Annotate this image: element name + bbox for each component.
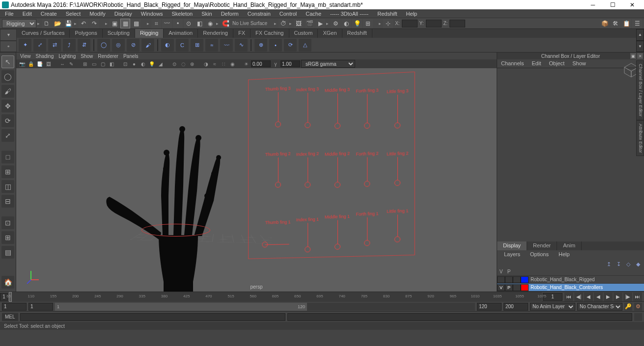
collapse-filebuttons-icon[interactable]: ▸ [37, 21, 41, 26]
cmd-language-button[interactable]: MEL [2, 313, 18, 321]
step-forward-frame-icon[interactable]: ▶ [614, 293, 622, 301]
blend-shape-icon[interactable]: ◐ [161, 39, 174, 52]
layer-vis-toggle[interactable] [497, 276, 505, 283]
vp-lock-camera-icon[interactable]: 🔒 [27, 60, 35, 68]
vp-motion-blur-icon[interactable]: ≈ [211, 60, 219, 68]
vp-multisample-icon[interactable]: ∷ [220, 60, 227, 68]
panel-layout-icon[interactable]: ⊞ [363, 19, 373, 28]
vp-grid-icon[interactable]: ⊞ [81, 60, 89, 68]
vp-select-camera-icon[interactable]: 📷 [18, 60, 26, 68]
cb-close-icon[interactable]: ✕ [637, 53, 643, 59]
construction-history-icon[interactable]: ⏱ [279, 19, 288, 28]
detach-skin-icon[interactable]: ⊘ [127, 39, 140, 52]
vp-dof-icon[interactable]: ◉ [228, 60, 236, 68]
layer-play-toggle[interactable] [505, 276, 513, 283]
layout-two-stacked-icon[interactable]: ⊟ [1, 195, 14, 208]
menu-display[interactable]: Display [112, 10, 135, 17]
shelf-scroll-up-icon[interactable]: ▲ [636, 29, 644, 41]
menu-modify[interactable]: Modify [86, 10, 108, 17]
move-tool-icon[interactable]: ✥ [1, 100, 14, 112]
rotate-tool-icon[interactable]: ⟳ [1, 114, 14, 127]
range-track[interactable]: 1120 [55, 303, 475, 311]
ik-handle-icon[interactable]: ⇵ [78, 39, 90, 52]
shelf-tab-redshift[interactable]: Redshift [342, 29, 372, 38]
anim-start-input[interactable] [2, 303, 27, 311]
layer-new-empty-icon[interactable]: ◇ [624, 260, 632, 268]
go-to-start-icon[interactable]: ⏮ [564, 293, 573, 301]
menu-skin[interactable]: Skin [198, 10, 215, 17]
go-to-end-icon[interactable]: ⏭ [633, 293, 642, 301]
collapse-selmask-icon[interactable]: ▸ [105, 21, 109, 26]
shelf-scroll-down-icon[interactable]: ▼ [636, 41, 644, 53]
layout-single-icon[interactable]: □ [1, 151, 14, 163]
orient-joint-icon[interactable]: ⤴ [63, 39, 76, 52]
layer-type-toggle[interactable] [513, 276, 521, 283]
step-forward-key-icon[interactable]: |▶ [623, 293, 632, 301]
paint-weights-icon[interactable]: 🖌 [141, 39, 154, 52]
sidebar-channelbox-icon[interactable]: ☰ [632, 19, 642, 28]
vp-menu-shading[interactable]: Shading [36, 53, 54, 59]
select-tool-icon[interactable]: ↖ [1, 55, 14, 68]
shelf-tab-custom[interactable]: Custom [289, 29, 318, 38]
snap-curve-icon[interactable]: 〰 [162, 19, 172, 28]
collapse-render-icon[interactable]: ▸ [289, 21, 293, 26]
lattice-icon[interactable]: ⊞ [191, 39, 203, 52]
snap-live-icon[interactable]: ◉ [205, 19, 215, 28]
menu-deform[interactable]: Deform [218, 10, 242, 17]
vp-gate-mask-icon[interactable]: ◧ [108, 60, 115, 68]
playback-end-input[interactable] [477, 303, 502, 311]
shelf-tab-fxcaching[interactable]: FX Caching [251, 29, 289, 38]
select-by-hierarchy-icon[interactable]: ▣ [110, 19, 119, 28]
create-joints-icon[interactable]: ✦ [19, 39, 31, 52]
sidebar-toolsettings-icon[interactable]: 🛠 [611, 19, 620, 28]
layer-row[interactable]: Robotic_Hand_Black_Rigged [497, 276, 644, 284]
vp-isolate-icon[interactable]: ⊙ [170, 60, 178, 68]
vp-wireframe-icon[interactable]: ⊡ [121, 60, 129, 68]
select-by-object-icon[interactable]: ▦ [120, 19, 130, 28]
cb-menu-edit[interactable]: Edit [528, 59, 545, 68]
undo-icon[interactable]: ↶ [79, 19, 88, 28]
render-current-icon[interactable]: 🎬 [305, 19, 314, 28]
vp-gamma-input[interactable] [280, 60, 300, 67]
layer-menu-help[interactable]: Help [554, 250, 575, 259]
vp-exposure-input[interactable] [251, 60, 271, 67]
snap-plane-icon[interactable]: ◧ [195, 19, 204, 28]
menu-help[interactable]: Help [403, 10, 420, 17]
open-scene-icon[interactable]: 📂 [53, 19, 62, 28]
layer-row[interactable]: V P Robotic_Hand_Black_Controllers [497, 284, 644, 292]
vp-shadows-icon[interactable]: ◢ [157, 60, 165, 68]
side-tab-attribute-editor[interactable]: Attribute Editor [636, 120, 644, 157]
maximize-button[interactable]: ☐ [603, 0, 622, 9]
collapse-undo-icon[interactable]: ▸ [74, 21, 78, 26]
collapse-history-icon[interactable]: ▸ [274, 21, 278, 26]
minimize-button[interactable]: ─ [583, 0, 603, 9]
vp-menu-lighting[interactable]: Lighting [58, 53, 76, 59]
collapse-xform-icon[interactable]: ▸ [379, 21, 382, 26]
layout-four-icon[interactable]: ⊞ [1, 165, 14, 178]
orient-constraint-icon[interactable]: ⟳ [284, 39, 297, 52]
vp-exposure-icon[interactable]: ☀ [242, 60, 250, 68]
maya-home-icon[interactable]: 🏠 [1, 276, 14, 289]
mirror-joint-icon[interactable]: ⇄ [48, 39, 61, 52]
character-set-select[interactable]: No Character Set [577, 303, 622, 311]
viewport-3d[interactable]: Thumb fing 3 Index fing 3 Middle fing 3 … [16, 68, 497, 292]
vp-resolution-gate-icon[interactable]: ▢ [99, 60, 107, 68]
lasso-tool-icon[interactable]: ◯ [1, 70, 14, 83]
paint-select-tool-icon[interactable]: 🖌 [1, 85, 14, 98]
layer-color-swatch[interactable] [521, 276, 529, 283]
menu-cache[interactable]: Cache [303, 10, 324, 17]
snap-grid-icon[interactable]: ⌗ [151, 19, 161, 28]
shelf-tab-fx[interactable]: FX [233, 29, 251, 38]
coord-y-input[interactable] [426, 20, 442, 27]
layer-menu-layers[interactable]: Layers [499, 250, 525, 259]
vp-menu-panels[interactable]: Panels [123, 53, 139, 59]
play-forward-icon[interactable]: ▶ [604, 293, 613, 301]
step-back-frame-icon[interactable]: ◀ [584, 293, 593, 301]
point-constraint-icon[interactable]: • [269, 39, 282, 52]
layer-move-up-icon[interactable]: ↥ [605, 260, 613, 268]
step-back-key-icon[interactable]: ◀| [574, 293, 583, 301]
pole-vector-icon[interactable]: △ [299, 39, 311, 52]
menu-3dtoall[interactable]: ----- 3DtoAll ----- [327, 10, 371, 17]
anim-end-input[interactable] [504, 303, 528, 311]
menu-control[interactable]: Control [277, 10, 300, 17]
